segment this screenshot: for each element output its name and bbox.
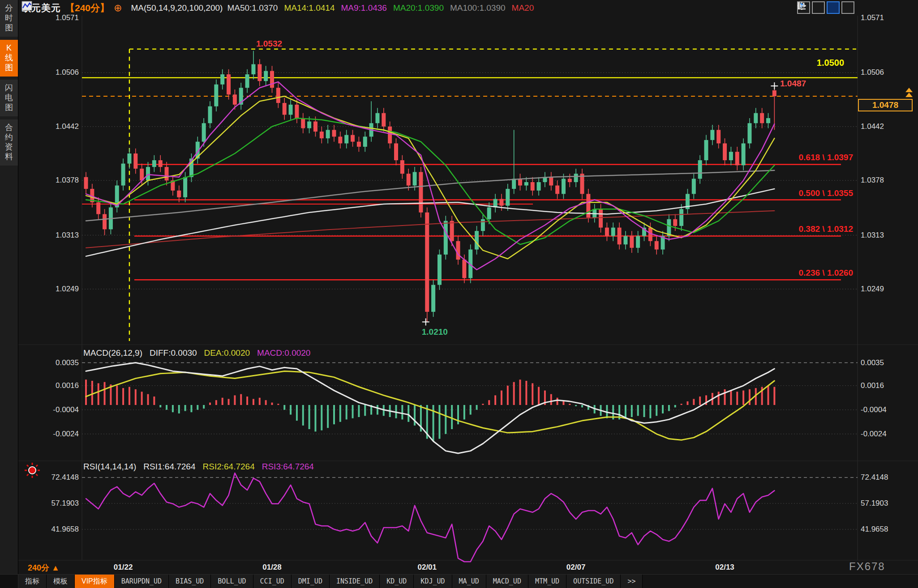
rsi-axis-label: 57.1903 <box>39 499 79 508</box>
date-label: 02/13 <box>715 563 734 572</box>
toolbar-tab-MA_UD[interactable]: MA_UD <box>452 575 486 588</box>
macd-axis-label: 0.0035 <box>39 358 79 367</box>
fib-level-label: 0.500 \ 1.0355 <box>799 188 854 198</box>
macd-readout: DIFF:0.0030 <box>150 348 197 358</box>
recent-high-annotation: 1.0487 <box>780 79 806 89</box>
date-label: 02/01 <box>417 563 437 572</box>
price-axis-label: 1.0442 <box>861 122 884 131</box>
ma-readout: MA9:1.0436 <box>341 3 386 13</box>
rsi-title: RSI(14,14,14) <box>83 462 136 471</box>
price-axis-label: 1.0506 <box>861 68 884 77</box>
rsi-axis-label: 72.4148 <box>39 473 79 482</box>
indicator-toolbar: 指标模板VIP指标BARUPDN_UDBIAS_UDBOLL_UDCCI_UDD… <box>0 574 918 588</box>
macd-title: MACD(26,12,9) <box>83 348 142 358</box>
ma-readout: MA14:1.0414 <box>284 3 335 13</box>
price-axis-label: 1.0249 <box>861 285 884 294</box>
watermark: FX678 <box>849 560 885 573</box>
rsi-axis-label: 41.9658 <box>861 525 888 534</box>
toolbar-tab-KD_UD[interactable]: KD_UD <box>380 575 414 588</box>
chart-toolbar-icons <box>797 1 854 14</box>
rsi-readout: RSI2:64.7264 <box>203 462 255 471</box>
toolbar-corner <box>0 575 18 588</box>
macd-axis-label: 0.0016 <box>861 381 884 390</box>
price-axis-label: 1.0378 <box>861 176 884 185</box>
macd-axis-label: -0.0004 <box>861 405 887 414</box>
toolbar-tab-CCI_UD[interactable]: CCI_UD <box>253 575 292 588</box>
fib-level-label: 0.382 \ 1.0312 <box>799 224 854 234</box>
sidebar-tab-合约资料[interactable]: 合约资料 <box>0 119 18 166</box>
macd-axis-label: 0.0016 <box>39 381 79 390</box>
period-label[interactable]: 【240分】 <box>65 2 109 14</box>
sidebar-tab-分时图[interactable]: 分时图 <box>0 0 18 37</box>
trading-app-window: 分时图K线图闪电图合约资料 欧元美元 【240分】 ⊕ MA(50,14,9,2… <box>0 0 918 588</box>
main-price-panel <box>82 49 913 341</box>
rsi-header: RSI(14,14,14)RSI1:64.7264RSI2:64.7264RSI… <box>83 462 328 472</box>
toolbar-tab-MACD_UD[interactable]: MACD_UD <box>486 575 528 588</box>
price-axis-label: 1.0442 <box>39 122 79 131</box>
date-label: 01/28 <box>262 563 282 572</box>
date-label: 02/07 <box>566 563 586 572</box>
axis-candles-icon[interactable] <box>812 1 825 14</box>
current-price-box: 1.0478 <box>858 99 913 111</box>
high-price-annotation: 1.0532 <box>256 39 282 49</box>
rsi-axis-label: 41.9658 <box>39 525 79 534</box>
left-sidebar: 分时图K线图闪电图合约资料 <box>0 0 18 588</box>
chart-header: 欧元美元 【240分】 ⊕ MA(50,14,9,20,100,200) MA5… <box>21 1 540 15</box>
rsi-panel <box>82 473 858 562</box>
rsi-axis-label: 72.4148 <box>861 473 888 482</box>
axis-pointer-icon[interactable] <box>841 1 854 14</box>
toolbar-tab-BARUPDN_UD[interactable]: BARUPDN_UD <box>115 575 169 588</box>
price-axis-label: 1.0506 <box>39 68 79 77</box>
toolbar-tab-VIP指标[interactable]: VIP指标 <box>75 575 115 588</box>
toolbar-tab-KDJ_UD[interactable]: KDJ_UD <box>414 575 452 588</box>
ma-readout: MA100:1.0390 <box>450 3 506 13</box>
price-axis-label: 1.0313 <box>39 231 79 240</box>
ma-readout: MA50:1.0370 <box>227 3 278 13</box>
rsi-axis-label: 57.1903 <box>861 499 888 508</box>
interval-selector[interactable]: 240分 ▲ <box>28 562 60 573</box>
toolbar-tab-MTM_UD[interactable]: MTM_UD <box>528 575 566 588</box>
date-label: 01/22 <box>114 563 133 572</box>
ma-readout: MA20 <box>512 3 534 13</box>
ma-settings-label: MA(50,14,9,20,100,200) <box>131 3 223 13</box>
price-axis-label: 1.0571 <box>861 13 884 22</box>
fib-level-label: 0.618 \ 1.0397 <box>799 153 854 162</box>
ma-readouts: MA50:1.0370MA14:1.0414MA9:1.0436MA20:1.0… <box>227 3 540 13</box>
yellow-level-label: 1.0500 <box>817 58 844 68</box>
fib-level-label: 0.236 \ 1.0260 <box>799 268 854 278</box>
macd-axis-label: -0.0024 <box>39 430 79 439</box>
macd-axis-label: -0.0024 <box>861 430 887 439</box>
sidebar-tab-K线图[interactable]: K线图 <box>0 40 18 77</box>
sidebar-tab-闪电图[interactable]: 闪电图 <box>0 80 18 116</box>
price-axis-label: 1.0313 <box>861 231 884 240</box>
toolbar-tab-BOLL_UD[interactable]: BOLL_UD <box>211 575 253 588</box>
low-price-annotation: 1.0210 <box>422 327 448 337</box>
macd-axis-label: 0.0035 <box>861 358 884 367</box>
macd-panel <box>82 363 858 454</box>
rsi-readout: RSI3:64.7264 <box>262 462 314 471</box>
toolbar-tab-DMI_UD[interactable]: DMI_UD <box>292 575 330 588</box>
price-axis-label: 1.0249 <box>39 285 79 294</box>
macd-readout: DEA:0.0020 <box>204 348 250 358</box>
toolbar-tab-OUTSIDE_UD[interactable]: OUTSIDE_UD <box>566 575 621 588</box>
macd-axis-label: -0.0004 <box>39 405 79 414</box>
toolbar-tab-BIAS_UD[interactable]: BIAS_UD <box>169 575 211 588</box>
axis-flag-icon[interactable] <box>827 1 840 14</box>
macd-header: MACD(26,12,9)DIFF:0.0030DEA:0.0020MACD:0… <box>83 348 325 358</box>
ma-readout: MA20:1.0390 <box>393 3 444 13</box>
toolbar-tab->>[interactable]: >> <box>621 575 643 588</box>
toolbar-tab-INSIDE_UD[interactable]: INSIDE_UD <box>330 575 380 588</box>
toolbar-tab-指标[interactable]: 指标 <box>18 575 47 588</box>
rsi-readout: RSI1:64.7264 <box>143 462 195 471</box>
price-axis-label: 1.0378 <box>39 176 79 185</box>
price-up-arrow-icon <box>905 88 913 97</box>
settings-icon[interactable]: ⊕ <box>114 3 122 13</box>
macd-readout: MACD:0.0020 <box>257 348 310 358</box>
toolbar-tab-模板[interactable]: 模板 <box>47 575 75 588</box>
